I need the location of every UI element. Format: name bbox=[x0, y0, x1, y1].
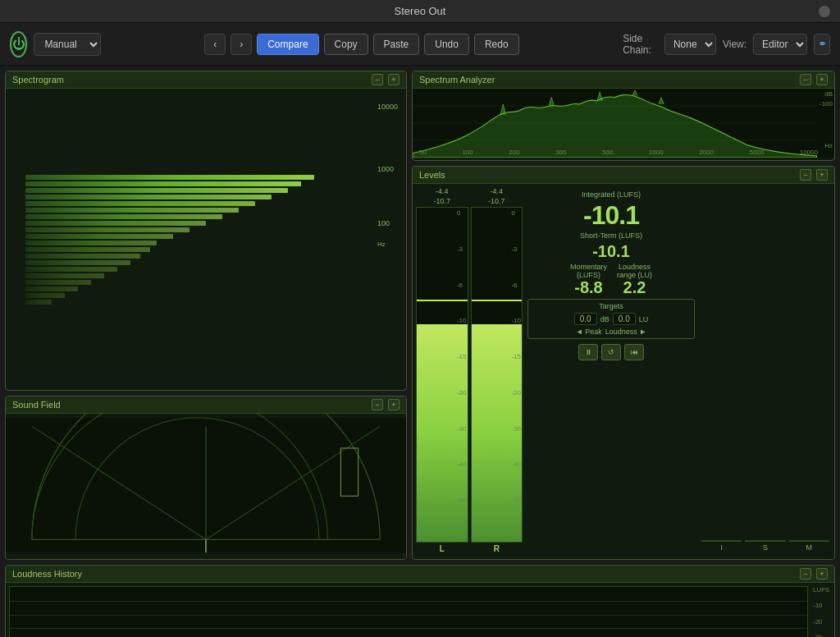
spec-label-1000: 1000 bbox=[377, 163, 398, 176]
targets-title: Targets bbox=[532, 302, 691, 310]
targets-buttons-row: ◄ Peak Loudness ► bbox=[532, 328, 691, 336]
ism-i-label: I bbox=[720, 543, 723, 552]
loudness-body: LUFS -10 -20 -30 -40 bbox=[6, 583, 834, 637]
center-readings: Integrated (LUFS) -10.1 Short-Term (LUFS… bbox=[526, 187, 696, 553]
nav-back-button[interactable]: ‹ bbox=[204, 34, 226, 55]
spec-hz-label: Hz bbox=[377, 239, 398, 250]
pause-button[interactable]: ⏸ bbox=[578, 344, 598, 360]
ism-bars: 0 -3 -6 -10 -15 -20 -30 -40 -50 -∞ bbox=[700, 187, 831, 553]
loudness-history-wrapper: Loudness History − + LUFS -1 bbox=[0, 565, 840, 637]
link-button[interactable]: ⚭ bbox=[814, 34, 830, 55]
ism-s-bar bbox=[745, 540, 785, 542]
meter-l-value: -10.7 bbox=[433, 197, 450, 205]
spectrum-db-value: -100 bbox=[819, 100, 833, 108]
ism-s-label: S bbox=[763, 543, 768, 552]
undo-button[interactable]: Undo bbox=[424, 34, 469, 55]
loudness-range-label: Loudness bbox=[619, 263, 651, 271]
targets-row: 0.0 dB 0.0 LU bbox=[532, 313, 691, 325]
spectrogram-header: Spectrogram − + bbox=[6, 71, 406, 89]
title-bar: Stereo Out bbox=[0, 0, 840, 23]
momentary-value: -8.8 bbox=[574, 279, 602, 296]
sound-field-canvas bbox=[6, 414, 406, 557]
spectrum-expand[interactable]: + bbox=[816, 74, 828, 85]
meter-r-peak: -4.4 bbox=[490, 187, 503, 195]
peak-button[interactable]: ◄ Peak bbox=[576, 328, 602, 336]
toolbar: ⏻ Manual ‹ › Compare Copy Paste Undo Red… bbox=[0, 23, 840, 66]
view-select[interactable]: Editor bbox=[753, 34, 807, 55]
short-term-value: -10.1 bbox=[592, 243, 630, 259]
spectrum-svg bbox=[413, 89, 834, 158]
meter-r-column: -4.4 -10.7 0 -3 -6 -10 -15 -20 bbox=[471, 187, 523, 553]
peak-db-unit: dB bbox=[600, 315, 609, 323]
close-button[interactable] bbox=[819, 6, 830, 17]
loudness-lu-unit: LU bbox=[639, 315, 649, 323]
sound-field-minimize[interactable]: − bbox=[372, 399, 383, 410]
ism-m-label: M bbox=[806, 543, 813, 552]
right-column: Spectrum Analyzer − + bbox=[412, 71, 835, 560]
meter-l-column: -4.4 -10.7 0 -3 -6 -10 -15 -20 bbox=[416, 187, 468, 553]
reset-button[interactable]: ↺ bbox=[601, 344, 621, 360]
loudness-title: Loudness History bbox=[12, 569, 82, 579]
ism-i-scale: 0 -3 -6 -10 -15 -20 -30 -40 -50 -∞ bbox=[731, 541, 741, 542]
paste-button[interactable]: Paste bbox=[373, 34, 420, 55]
power-button[interactable]: ⏻ bbox=[10, 31, 27, 57]
sound-field-header: Sound Field − + bbox=[6, 396, 406, 414]
ism-s-peak bbox=[746, 540, 784, 541]
spectrum-title: Spectrum Analyzer bbox=[419, 75, 495, 85]
meter-r-scale: 0 -3 -6 -10 -15 -20 -30 -40 -50 -∞ bbox=[510, 208, 522, 542]
loudness-button[interactable]: Loudness ► bbox=[605, 328, 646, 336]
ism-i-column: 0 -3 -6 -10 -15 -20 -30 -40 -50 -∞ bbox=[701, 540, 742, 552]
side-chain-select[interactable]: None bbox=[664, 34, 716, 55]
nav-forward-button[interactable]: › bbox=[231, 34, 252, 55]
meter-l-bar: 0 -3 -6 -10 -15 -20 -30 -40 -50 -∞ bbox=[416, 207, 468, 543]
levels-expand[interactable]: + bbox=[816, 169, 828, 181]
spectrum-header: Spectrum Analyzer − + bbox=[413, 71, 834, 89]
spectrum-db-label: dB bbox=[824, 90, 833, 98]
ism-i-bar: 0 -3 -6 -10 -15 -20 -30 -40 -50 -∞ bbox=[701, 540, 742, 542]
transport-buttons: ⏸ ↺ ⏮ bbox=[578, 344, 644, 360]
momentary-item: Momentary (LUFS) -8.8 bbox=[570, 263, 607, 296]
spectrum-axis: 50 100 200 300 500 1000 2000 5000 10000 bbox=[419, 149, 818, 156]
copy-button[interactable]: Copy bbox=[324, 34, 368, 55]
view-label: View: bbox=[723, 39, 746, 50]
spectrum-minimize[interactable]: − bbox=[800, 74, 811, 85]
spectrogram-canvas: 10000 1000 100 Hz in 5s bbox=[6, 89, 406, 391]
sound-field-panel: Sound Field − + bbox=[5, 396, 407, 560]
preset-select[interactable]: Manual bbox=[34, 33, 100, 56]
sound-field-expand[interactable]: + bbox=[388, 399, 399, 410]
back-button[interactable]: ⏮ bbox=[624, 344, 644, 360]
loudness-range-value: 2.2 bbox=[623, 279, 646, 296]
sound-field-svg bbox=[6, 414, 406, 557]
meter-r-value: -10.7 bbox=[488, 197, 505, 205]
meter-l-scale: 0 -3 -6 -10 -15 -20 -30 -40 -50 -∞ bbox=[456, 208, 468, 542]
momentary-loudness-row: Momentary (LUFS) -8.8 Loudness range (LU… bbox=[570, 263, 652, 296]
peak-db-value[interactable]: 0.0 bbox=[574, 313, 597, 325]
sound-field-title: Sound Field bbox=[12, 400, 61, 410]
redo-button[interactable]: Redo bbox=[474, 34, 519, 55]
window-title: Stereo Out bbox=[395, 5, 446, 17]
spectrogram-panel: Spectrogram − + bbox=[5, 71, 407, 391]
targets-section: Targets 0.0 dB 0.0 LU ◄ Peak Loudness ► bbox=[527, 299, 695, 339]
loudness-canvas-area bbox=[6, 583, 811, 637]
levels-controls: − + bbox=[800, 169, 828, 181]
compare-button[interactable]: Compare bbox=[257, 34, 318, 55]
loudness-minimize[interactable]: − bbox=[800, 568, 811, 580]
lr-meters: -4.4 -10.7 0 -3 -6 -10 -15 -20 bbox=[416, 187, 523, 553]
spectrogram-minimize[interactable]: − bbox=[372, 74, 383, 85]
meter-r-label: R bbox=[494, 544, 500, 553]
levels-panel: Levels − + -4.4 -10.7 bbox=[412, 166, 835, 560]
loudness-expand[interactable]: + bbox=[816, 568, 828, 580]
loudness-lu-value[interactable]: 0.0 bbox=[613, 313, 636, 325]
spectrogram-title: Spectrogram bbox=[12, 75, 64, 85]
loudness-canvas bbox=[9, 586, 808, 637]
integrated-value: -10.1 bbox=[583, 202, 639, 228]
ism-meters: 0 -3 -6 -10 -15 -20 -30 -40 -50 -∞ bbox=[700, 187, 831, 553]
levels-minimize[interactable]: − bbox=[800, 169, 811, 181]
levels-title: Levels bbox=[419, 170, 445, 180]
spectrogram-expand[interactable]: + bbox=[388, 74, 399, 85]
ism-m-peak bbox=[790, 540, 829, 541]
spec-label-100: 100 bbox=[377, 217, 398, 230]
spectrum-controls: − + bbox=[800, 74, 828, 85]
main-content: Spectrogram − + bbox=[0, 66, 840, 565]
spectrum-panel: Spectrum Analyzer − + bbox=[412, 71, 835, 161]
